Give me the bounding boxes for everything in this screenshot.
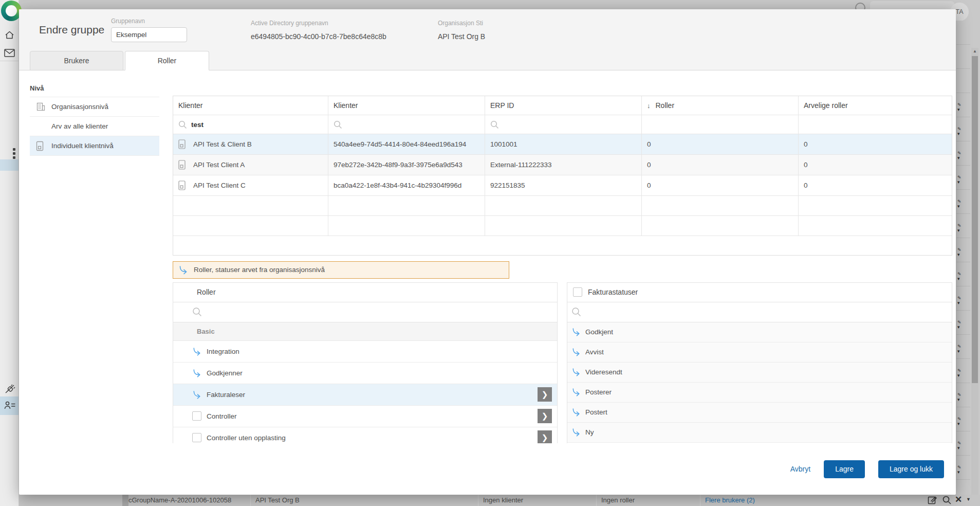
statuses-select-all-checkbox[interactable] — [573, 287, 582, 297]
role-checkbox[interactable] — [192, 411, 201, 421]
search-icon — [490, 120, 499, 129]
column-header-erp-id[interactable]: ERP ID — [485, 96, 642, 115]
bg-cell-clients: Ingen klienter — [483, 496, 523, 504]
dialog-footer: Avbryt Lagre Lagre og lukk — [173, 443, 956, 495]
ad-group-name-value: e6494805-bc90-4c00-b7c8-7be8c64e8c8b — [251, 29, 386, 41]
integration-disconnected-icon[interactable] — [4, 383, 15, 394]
table-row[interactable]: API Test Client C bca0a422-1e8f-43b4-941… — [173, 175, 952, 196]
level-heading: Nivå — [30, 84, 159, 92]
inherit-arrow-icon — [192, 390, 207, 400]
bg-cell-groupname: cGroupName-A-20201006-102058 — [128, 496, 231, 504]
kebab-menu-icon[interactable] — [13, 148, 16, 160]
cancel-button[interactable]: Avbryt — [790, 465, 810, 473]
app-logo[interactable] — [1, 1, 22, 21]
bg-cell-org: API Test Org B — [255, 496, 300, 504]
role-item-controller[interactable]: Controller ❯ — [173, 406, 557, 427]
inherit-arrow-icon — [571, 387, 585, 397]
clients-table-filter-row — [173, 115, 952, 134]
sidebar-item-organisasjonsniva[interactable]: Organisasjonsnivå — [30, 97, 159, 117]
expand-role-button[interactable]: ❯ — [538, 430, 552, 443]
expand-role-button[interactable]: ❯ — [538, 409, 552, 423]
search-icon — [192, 307, 202, 317]
status-item-avvist[interactable]: Avvist — [567, 342, 952, 363]
banner-text: Roller, statuser arvet fra organisasjons… — [194, 266, 325, 274]
vertical-scrollbar[interactable]: ▲ ▼ — [971, 48, 978, 506]
table-row-empty — [173, 196, 952, 216]
filter-guid-input[interactable] — [346, 121, 479, 129]
inherit-arrow-icon — [192, 368, 207, 378]
client-icon — [178, 160, 186, 170]
table-row[interactable]: API Test & Client B 540a4ee9-74d5-4414-8… — [173, 134, 952, 155]
org-path-label: Organisasjon Sti — [438, 20, 485, 27]
sidebar-item-label: Individuelt klientnivå — [51, 142, 114, 150]
column-header-klienter[interactable]: Klienter — [173, 96, 328, 115]
sidebar-item-label: Arv av alle klienter — [51, 122, 108, 130]
user-groups-icon[interactable] — [4, 401, 16, 410]
inherit-arrow-icon — [571, 407, 585, 417]
bg-more-users-link[interactable]: Flere brukere (2) — [705, 496, 755, 504]
mail-icon[interactable] — [4, 49, 15, 57]
edit-icon[interactable] — [928, 495, 937, 505]
filter-erp-input[interactable] — [503, 121, 636, 129]
organization-icon — [36, 102, 51, 112]
table-row-empty — [173, 216, 952, 236]
home-icon[interactable] — [4, 30, 15, 40]
sidebar-item-arv-av-alle-klienter[interactable]: Arv av alle klienter — [30, 117, 159, 136]
background-table-row: cGroupName-A-20201006-102058 API Test Or… — [19, 495, 980, 506]
role-item-fakturaleser[interactable]: Fakturaleser ❯ — [173, 384, 557, 406]
role-checkbox[interactable] — [192, 433, 201, 442]
table-row[interactable]: API Test Client A 97eb272e-342b-48f9-9a3… — [173, 155, 952, 175]
search-icon — [334, 120, 342, 129]
tab-roles[interactable]: Roller — [125, 51, 209, 70]
statuses-search-input[interactable] — [585, 308, 952, 316]
save-button[interactable]: Lagre — [824, 460, 865, 478]
search-icon[interactable] — [942, 495, 952, 505]
status-item-posterer[interactable]: Posterer — [567, 383, 952, 403]
background-selected-row-edge — [0, 159, 19, 171]
search-icon — [178, 120, 187, 129]
roles-group-header: Basic — [173, 322, 557, 341]
role-item-integration[interactable]: Integration — [173, 341, 557, 363]
client-icon — [36, 141, 51, 151]
column-header-arvelige-roller[interactable]: Arvelige roller — [799, 96, 952, 115]
bg-cell-roles: Ingen roller — [601, 496, 635, 504]
column-header-roller[interactable]: ↓Roller — [642, 96, 799, 115]
role-item-controller-uten-opplasting[interactable]: Controller uten opplasting ❯ — [173, 427, 557, 444]
inherit-arrow-icon — [571, 367, 585, 377]
sidebar-item-label: Organisasjonsnivå — [51, 103, 108, 111]
chevron-down-icon[interactable]: ▼ — [966, 497, 971, 502]
tab-bar: Brukere Roller — [19, 50, 956, 70]
sidebar-item-individuelt-klientniva[interactable]: Individuelt klientnivå — [30, 136, 159, 156]
filter-klienter-input[interactable] — [191, 121, 323, 129]
status-item-postert[interactable]: Postert — [567, 403, 952, 423]
bg-row-actions: ✎ ▾✎ ▾✎ ▾✎ ▾✎ ▾✎ ▾✎ ▾✎ ▾✎ ▾✎ ▾✎ ▾✎ ▾✎ ▾✎… — [956, 21, 970, 506]
client-icon — [178, 180, 186, 190]
org-path-value: API Test Org B — [438, 29, 485, 41]
roles-panel: Roller Basic Integration Godkjenner — [173, 282, 558, 444]
group-name-input[interactable] — [111, 27, 187, 42]
status-item-videresendt[interactable]: Videresendt — [567, 363, 952, 383]
sort-desc-icon: ↓ — [647, 102, 651, 110]
dialog-header: Endre gruppe Gruppenavn Active Directory… — [19, 9, 956, 50]
group-name-label: Gruppenavn — [111, 17, 187, 25]
status-item-ny[interactable]: Ny — [567, 423, 952, 443]
scrollbar-thumb[interactable] — [972, 56, 978, 383]
edit-group-dialog: Endre gruppe Gruppenavn Active Directory… — [19, 9, 956, 495]
scroll-up-icon[interactable]: ▲ — [971, 49, 978, 53]
close-icon[interactable]: ✕ — [955, 494, 962, 505]
inherit-arrow-icon — [571, 427, 585, 437]
save-and-close-button[interactable]: Lagre og lukk — [878, 460, 944, 478]
inherit-arrow-icon — [571, 327, 585, 337]
inherit-arrow-icon — [192, 347, 207, 356]
screen: TA ✎ ▾✎ ▾✎ ▾✎ ▾ — [0, 0, 980, 506]
invoice-statuses-panel: Fakturastatuser Godkjent Avvist — [567, 282, 952, 444]
roles-panel-title: Roller — [173, 283, 557, 302]
expand-role-button[interactable]: ❯ — [538, 387, 552, 402]
column-header-klienter-guid[interactable]: Klienter — [328, 96, 485, 115]
clients-table: Klienter Klienter ERP ID ↓Roller Arvelig… — [173, 96, 952, 256]
roles-search-input[interactable] — [206, 308, 557, 316]
status-item-godkjent[interactable]: Godkjent — [567, 322, 952, 342]
app-rail — [0, 0, 19, 506]
tab-users[interactable]: Brukere — [30, 51, 123, 70]
role-item-godkjenner[interactable]: Godkjenner — [173, 363, 557, 384]
